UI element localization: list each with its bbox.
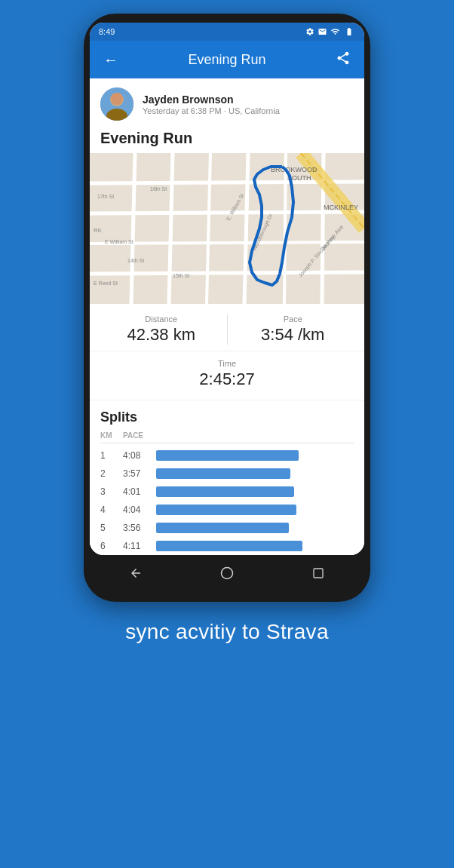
svg-line-12: [90, 212, 364, 213]
bottom-text: sync acvitiy to Strava: [103, 620, 351, 662]
split-bar: [156, 523, 289, 533]
nav-recent-button[interactable]: [309, 564, 327, 582]
time-value: 2:45:27: [96, 370, 358, 389]
outer-wrapper: 8:49: [0, 0, 454, 868]
split-row: 44:04: [100, 501, 354, 519]
split-bar-container: [156, 450, 354, 461]
splits-header: KM PACE: [100, 431, 354, 443]
phone-shell: 8:49: [84, 14, 370, 602]
stat-distance: Distance 42.38 km: [96, 314, 227, 345]
status-left: 8:49: [99, 27, 115, 36]
split-row: 53:56: [100, 519, 354, 537]
split-pace: 4:01: [123, 486, 156, 497]
splits-section: Splits KM PACE 14:0823:5734:0144:0453:56…: [90, 400, 364, 555]
svg-line-14: [90, 272, 364, 274]
activity-title: Evening Run: [90, 128, 364, 153]
svg-point-3: [111, 93, 123, 105]
wifi-icon: [330, 27, 340, 36]
svg-text:17th St: 17th St: [97, 194, 114, 199]
nav-home-button[interactable]: [218, 564, 236, 582]
app-bar: ← Evening Run: [90, 41, 364, 78]
splits-title: Splits: [100, 409, 354, 425]
svg-text:E Reed St: E Reed St: [94, 281, 118, 286]
user-row: Jayden Brownson Yesterday at 6:38 PM · U…: [90, 78, 364, 128]
split-km: 6: [100, 541, 123, 551]
battery-icon: [343, 27, 355, 36]
split-km: 1: [100, 450, 123, 461]
pace-value: 3:54 /km: [228, 325, 359, 345]
split-bar: [156, 505, 296, 515]
nav-back-button[interactable]: [127, 564, 145, 582]
split-km: 5: [100, 523, 123, 533]
split-row: 64:11: [100, 537, 354, 555]
mail-icon: [317, 27, 327, 36]
settings-icon: [305, 27, 314, 36]
user-name: Jayden Brownson: [143, 94, 280, 106]
split-km: 4: [100, 505, 123, 515]
col-km-header: KM: [100, 431, 123, 440]
split-bar: [156, 486, 294, 497]
split-pace: 3:57: [123, 468, 156, 479]
svg-point-31: [221, 568, 232, 579]
split-bar-container: [156, 523, 354, 533]
nav-home-icon: [220, 566, 234, 580]
svg-text:16th St: 16th St: [150, 186, 167, 192]
split-bar-container: [156, 468, 354, 479]
split-row: 23:57: [100, 465, 354, 483]
split-row: 34:01: [100, 483, 354, 501]
split-bar-container: [156, 541, 354, 551]
share-icon: [336, 51, 351, 66]
app-bar-title: Evening Run: [121, 52, 333, 68]
split-bar: [156, 450, 299, 461]
distance-value: 42.38 km: [96, 325, 227, 345]
split-pace: 4:11: [123, 541, 156, 551]
split-pace: 4:04: [123, 505, 156, 515]
status-bar: 8:49: [90, 23, 364, 41]
split-row: 14:08: [100, 446, 354, 465]
avatar-image: [100, 87, 133, 121]
stats-row: Distance 42.38 km Pace 3:54 /km: [90, 304, 364, 351]
split-bar: [156, 541, 302, 551]
screen: 8:49: [90, 23, 364, 555]
user-info: Jayden Brownson Yesterday at 6:38 PM · U…: [143, 94, 280, 115]
time-display: 8:49: [99, 27, 115, 36]
status-right: [305, 27, 355, 36]
splits-rows: 14:0823:5734:0144:0453:5664:11: [100, 446, 354, 555]
split-bar-container: [156, 486, 354, 497]
col-pace-header: PACE: [123, 431, 156, 440]
svg-line-9: [284, 153, 286, 304]
split-km: 3: [100, 486, 123, 497]
split-bar: [156, 468, 290, 479]
svg-text:MCKINLEY: MCKINLEY: [324, 204, 358, 211]
svg-text:RK: RK: [94, 227, 103, 234]
back-button[interactable]: ←: [100, 51, 121, 69]
avatar: [100, 87, 133, 121]
user-meta: Yesterday at 6:38 PM · US, California: [143, 106, 280, 115]
split-pace: 4:08: [123, 450, 156, 461]
map-container: BROOKWOOD SOUTH MCKINLEY RK 17th St 16th…: [90, 153, 364, 304]
svg-text:E William St: E William St: [105, 239, 133, 244]
nav-recent-icon: [312, 567, 324, 579]
time-label: Time: [96, 359, 358, 368]
content: Jayden Brownson Yesterday at 6:38 PM · U…: [90, 78, 364, 555]
svg-rect-32: [314, 569, 323, 578]
split-km: 2: [100, 468, 123, 479]
map-svg: BROOKWOOD SOUTH MCKINLEY RK 17th St 16th…: [90, 153, 364, 304]
nav-back-icon: [129, 566, 143, 580]
svg-text:14th St: 14th St: [127, 258, 144, 263]
share-button[interactable]: [333, 51, 354, 69]
svg-text:15th St: 15th St: [173, 273, 189, 278]
pace-label: Pace: [228, 314, 359, 324]
stat-pace: Pace 3:54 /km: [228, 314, 359, 345]
split-bar-container: [156, 505, 354, 515]
distance-label: Distance: [96, 314, 227, 324]
avatar-svg: [100, 87, 133, 121]
split-pace: 3:56: [123, 523, 156, 533]
time-row: Time 2:45:27: [90, 351, 364, 400]
phone-bottom-bar: [90, 558, 364, 588]
